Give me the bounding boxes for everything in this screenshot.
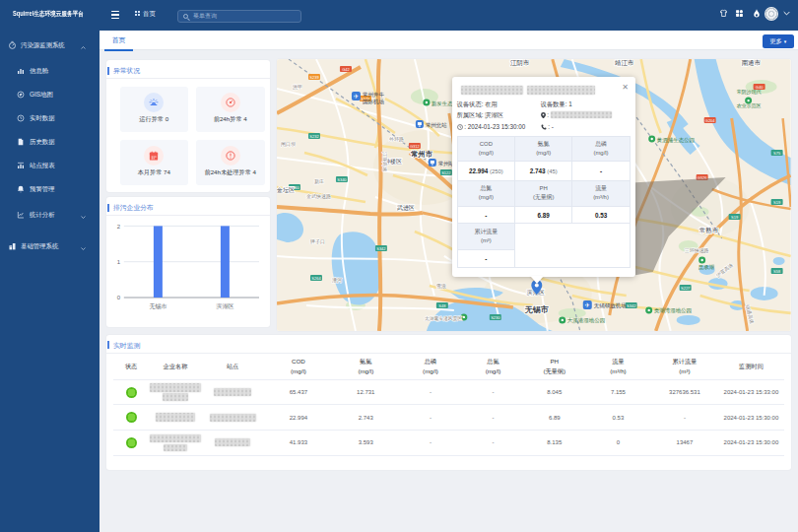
svg-text:S75: S75	[773, 151, 781, 156]
svg-text:2: 2	[116, 224, 120, 230]
svg-text:无锡市: 无锡市	[149, 302, 166, 310]
svg-text:太湖鼋头渚风景区: 太湖鼋头渚风景区	[425, 315, 462, 322]
svg-text:0: 0	[116, 295, 120, 300]
svg-text:靖江市: 靖江市	[615, 59, 634, 67]
svg-text:1: 1	[116, 259, 120, 265]
svg-text:雪浪: 雪浪	[436, 283, 446, 290]
svg-text:金坛区: 金坛区	[277, 187, 295, 193]
svg-text:S122: S122	[442, 170, 452, 175]
svg-text:三环快速路: 三环快速路	[685, 247, 709, 253]
svg-text:常州奔牛: 常州奔牛	[363, 92, 384, 98]
svg-text:新庄: 新庄	[314, 178, 324, 184]
svg-text:G42: G42	[343, 67, 351, 72]
svg-text:S58: S58	[773, 269, 781, 274]
svg-text:国际机场: 国际机场	[363, 99, 384, 105]
svg-text:武进区: 武进区	[397, 205, 415, 212]
svg-text:常州市: 常州市	[411, 150, 433, 159]
svg-text:外环路: 外环路	[389, 136, 404, 142]
svg-text:金武快速路: 金武快速路	[306, 193, 331, 199]
svg-text:S264: S264	[312, 276, 322, 281]
svg-text:常阴沙现代: 常阴沙现代	[737, 89, 762, 96]
svg-text:江阴市: 江阴市	[510, 59, 530, 67]
svg-text:农业示范区: 农业示范区	[737, 102, 762, 109]
svg-text:常州北站: 常州北站	[426, 122, 447, 129]
svg-text:无锡市: 无锡市	[524, 304, 549, 314]
svg-text:滨湖区: 滨湖区	[216, 302, 233, 309]
svg-text:G204: G204	[705, 118, 716, 123]
svg-text:常熟市: 常熟市	[699, 227, 719, 234]
svg-text:无锡硕放机场: 无锡硕放机场	[594, 302, 627, 309]
svg-text:S19: S19	[731, 215, 739, 220]
svg-text:S19: S19	[773, 200, 781, 205]
svg-text:闸口坝: 闸口坝	[281, 141, 296, 148]
svg-text:江宜高速: 江宜高速	[381, 152, 388, 171]
svg-text:南通市: 南通市	[742, 59, 762, 66]
svg-text:洪甲: 洪甲	[293, 84, 302, 91]
svg-text:昆承湖: 昆承湖	[698, 264, 714, 271]
svg-text:S340: S340	[338, 177, 348, 182]
svg-text:贡湖湾湿地公园: 贡湖湾湿地公园	[654, 308, 692, 315]
svg-text:大溪港湿地公园: 大溪港湿地公园	[567, 318, 605, 325]
svg-text:獐子口: 獐子口	[310, 238, 325, 245]
svg-text:S230: S230	[492, 315, 501, 320]
svg-text:S227: S227	[681, 286, 691, 291]
svg-text:漕河: 漕河	[332, 277, 342, 284]
svg-text:黄泗浦生态公园: 黄泗浦生态公园	[657, 137, 695, 144]
svg-text:✈: ✈	[354, 93, 360, 100]
svg-text:✈: ✈	[585, 301, 591, 308]
svg-text:G312: G312	[410, 144, 421, 149]
svg-text:S342: S342	[627, 303, 636, 308]
svg-text:S48: S48	[439, 303, 447, 308]
svg-text:S232: S232	[310, 134, 320, 139]
svg-text:S239: S239	[310, 75, 320, 80]
svg-text:S342: S342	[377, 246, 387, 251]
